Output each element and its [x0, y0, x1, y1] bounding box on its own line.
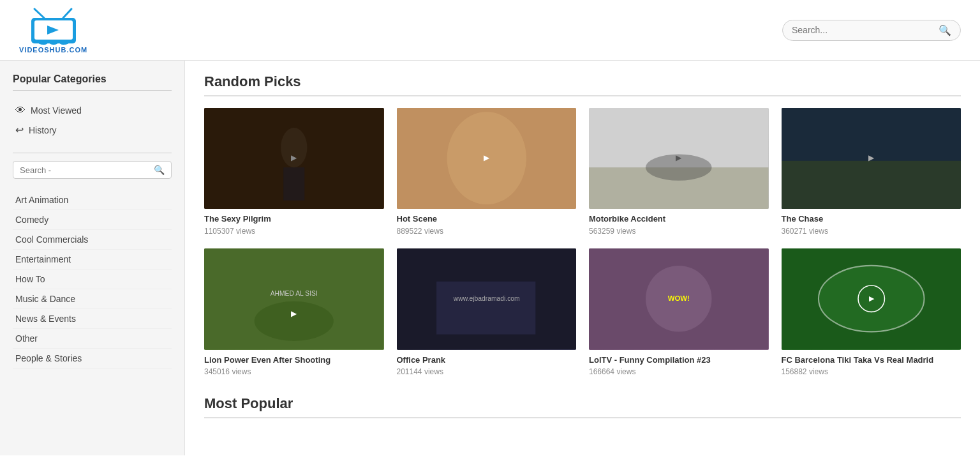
video-views-sexy-pilgrim: 1105307 views	[204, 227, 384, 236]
sidebar-search-input[interactable]	[20, 165, 154, 175]
video-views-lion-power: 345016 views	[204, 367, 384, 376]
logo[interactable]: VIDEOSHUB.COM	[19, 6, 87, 54]
logo-text: VIDEOSHUB.COM	[19, 46, 87, 54]
video-title-lion-power: Lion Power Even After Shooting	[204, 355, 384, 366]
svg-text:▶: ▶	[676, 153, 682, 162]
random-picks-title: Random Picks	[204, 73, 961, 96]
svg-rect-17	[782, 161, 961, 209]
video-views-office-prank: 201144 views	[397, 367, 577, 376]
video-views-the-chase: 360271 views	[782, 227, 961, 236]
video-thumb-sexy-pilgrim: ▶	[204, 108, 384, 209]
video-title-hot-scene: Hot Scene	[397, 214, 577, 225]
category-list: Art Animation Comedy Cool Commercials En…	[13, 190, 172, 369]
video-thumb-the-chase: ▶	[782, 108, 961, 209]
header-search-container: 🔍	[782, 20, 961, 41]
video-views-barca: 156882 views	[782, 367, 961, 376]
eye-icon: 👁	[15, 105, 26, 116]
sidebar-item-most-viewed[interactable]: 👁 Most Viewed	[13, 101, 172, 120]
video-title-office-prank: Office Prank	[397, 355, 577, 366]
header-search-button[interactable]: 🔍	[939, 24, 951, 36]
sidebar-nav: 👁 Most Viewed ↩ History	[13, 101, 172, 140]
main-content: Random Picks ▶ The Sexy Pilgrim 1105307 …	[185, 61, 980, 455]
video-thumb-hot-scene: ▶	[397, 108, 577, 209]
svg-line-3	[34, 9, 44, 18]
svg-line-4	[63, 9, 71, 18]
svg-text:▶: ▶	[868, 294, 874, 302]
category-music-dance[interactable]: Music & Dance	[13, 289, 172, 309]
sidebar-item-history-label: History	[29, 125, 57, 135]
video-card-lion-power[interactable]: AHMED AL SISI ▶ Lion Power Even After Sh…	[204, 248, 384, 376]
category-people-stories[interactable]: People & Stories	[13, 349, 172, 369]
video-thumb-barca: ▶	[782, 248, 961, 349]
sidebar-item-history[interactable]: ↩ History	[13, 120, 172, 140]
video-title-sexy-pilgrim: The Sexy Pilgrim	[204, 214, 384, 225]
sidebar-search-icon[interactable]: 🔍	[154, 165, 165, 175]
video-card-barca[interactable]: ▶ FC Barcelona Tiki Taka Vs Real Madrid …	[782, 248, 961, 376]
sidebar-title: Popular Categories	[13, 73, 172, 91]
video-thumb-motorbike-accident: ▶	[589, 108, 769, 209]
category-entertainment[interactable]: Entertainment	[13, 250, 172, 270]
svg-rect-24	[436, 282, 535, 335]
svg-rect-7	[283, 167, 304, 201]
svg-text:www.ejbadramadi.com: www.ejbadramadi.com	[452, 295, 519, 302]
category-news-events[interactable]: News & Events	[13, 309, 172, 329]
video-title-barca: FC Barcelona Tiki Taka Vs Real Madrid	[782, 355, 961, 366]
video-thumb-lion-power: AHMED AL SISI ▶	[204, 248, 384, 349]
video-views-loltv: 166664 views	[589, 367, 769, 376]
video-title-motorbike-accident: Motorbike Accident	[589, 214, 769, 225]
random-picks-grid: ▶ The Sexy Pilgrim 1105307 views ▶ Hot S…	[204, 108, 961, 376]
sidebar-divider-1	[13, 153, 172, 153]
category-comedy[interactable]: Comedy	[13, 210, 172, 230]
most-popular-title: Most Popular	[204, 395, 961, 418]
main-layout: Popular Categories 👁 Most Viewed ↩ Histo…	[0, 61, 980, 455]
svg-text:▶: ▶	[484, 153, 490, 162]
video-card-loltv[interactable]: WOW! LolTV - Funny Compilation #23 16666…	[589, 248, 769, 376]
svg-text:▶: ▶	[868, 153, 875, 162]
video-card-motorbike-accident[interactable]: ▶ Motorbike Accident 563259 views	[589, 108, 769, 236]
video-card-sexy-pilgrim[interactable]: ▶ The Sexy Pilgrim 1105307 views	[204, 108, 384, 236]
video-thumb-office-prank: www.ejbadramadi.com	[397, 248, 577, 349]
sidebar: Popular Categories 👁 Most Viewed ↩ Histo…	[0, 61, 185, 455]
svg-text:▶: ▶	[291, 153, 297, 162]
category-art-animation[interactable]: Art Animation	[13, 190, 172, 210]
logo-icon	[28, 6, 79, 45]
video-title-the-chase: The Chase	[782, 214, 961, 225]
video-card-office-prank[interactable]: www.ejbadramadi.com Office Prank 201144 …	[397, 248, 577, 376]
video-views-hot-scene: 889522 views	[397, 227, 577, 236]
video-thumb-loltv: WOW!	[589, 248, 769, 349]
sidebar-item-most-viewed-label: Most Viewed	[31, 105, 82, 116]
video-views-motorbike-accident: 563259 views	[589, 227, 769, 236]
svg-text:WOW!: WOW!	[668, 294, 690, 302]
svg-text:▶: ▶	[291, 309, 297, 318]
category-cool-commercials[interactable]: Cool Commercials	[13, 230, 172, 250]
video-card-the-chase[interactable]: ▶ The Chase 360271 views	[782, 108, 961, 236]
svg-text:AHMED AL SISI: AHMED AL SISI	[271, 290, 318, 297]
header-search-input[interactable]	[792, 25, 939, 35]
header: VIDEOSHUB.COM 🔍	[0, 0, 980, 61]
category-how-to[interactable]: How To	[13, 270, 172, 289]
video-card-hot-scene[interactable]: ▶ Hot Scene 889522 views	[397, 108, 577, 236]
category-other[interactable]: Other	[13, 329, 172, 349]
svg-point-20	[255, 301, 334, 341]
video-title-loltv: LolTV - Funny Compilation #23	[589, 355, 769, 366]
history-icon: ↩	[15, 124, 24, 136]
sidebar-search-container: 🔍	[13, 161, 172, 179]
